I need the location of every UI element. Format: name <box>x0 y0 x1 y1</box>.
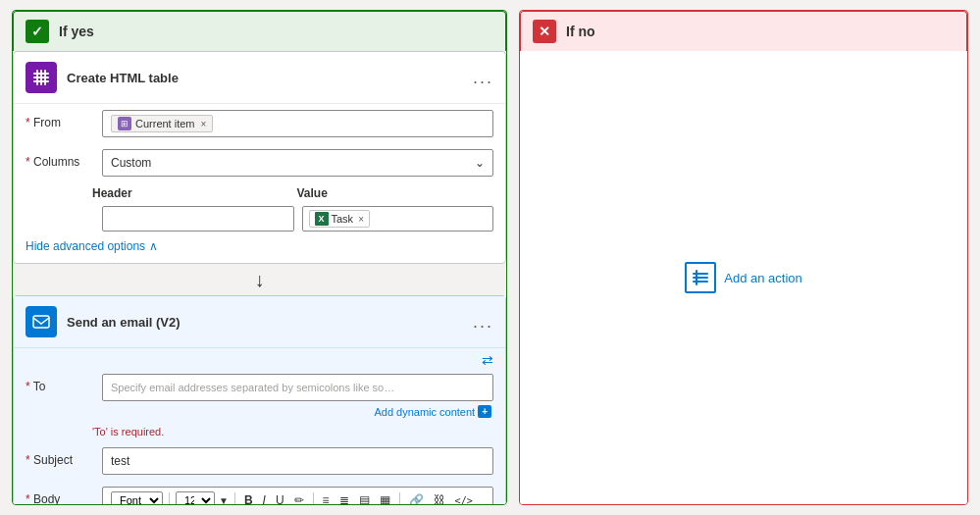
unlink-button[interactable]: ⛓ <box>431 491 448 505</box>
table-data-row: X Task × <box>14 204 505 233</box>
if-no-body: Add an action <box>520 51 967 504</box>
task-label: Task <box>332 213 354 225</box>
to-field[interactable]: Specify email addresses separated by sem… <box>102 374 493 401</box>
html-button[interactable]: </> <box>452 493 476 506</box>
svg-rect-8 <box>693 277 708 279</box>
if-yes-icon: ✓ <box>26 20 49 43</box>
svg-rect-4 <box>40 70 42 85</box>
svg-rect-7 <box>693 273 708 275</box>
underline-button[interactable]: U <box>273 491 287 505</box>
current-item-label: Current item <box>135 118 195 129</box>
link-button[interactable]: 🔗 <box>406 491 427 505</box>
if-no-label: If no <box>566 24 595 39</box>
current-item-icon: ⊞ <box>118 117 131 130</box>
create-html-table-menu[interactable]: ... <box>473 68 493 88</box>
current-item-tag: ⊞ Current item × <box>111 115 213 132</box>
hide-advanced-label: Hide advanced options <box>26 239 145 253</box>
if-yes-header: ✓ If yes <box>13 11 506 51</box>
to-row: To Specify email addresses separated by … <box>14 368 505 426</box>
numbered-list-button[interactable]: ≣ <box>336 491 352 505</box>
create-html-table-header: Create HTML table ... <box>14 52 505 104</box>
toolbar-sep-2 <box>234 492 235 505</box>
hide-advanced-chevron: ∧ <box>149 239 158 253</box>
create-html-table-card: Create HTML table ... From ⊞ Current ite… <box>13 51 506 264</box>
toolbar-sep-3 <box>313 492 314 505</box>
columns-dropdown-arrow: ⌄ <box>475 156 485 170</box>
pen-button[interactable]: ✏ <box>291 491 307 505</box>
bullet-list-button[interactable]: ≡ <box>320 491 333 505</box>
hide-advanced-options[interactable]: Hide advanced options ∧ <box>14 233 505 263</box>
bold-button[interactable]: B <box>241 491 256 505</box>
task-close[interactable]: × <box>358 214 364 225</box>
add-action-icon <box>685 262 716 293</box>
body-toolbar: Font 12 ▼ B I U ✏ <box>103 488 492 505</box>
swap-arrows-icon[interactable]: ⇄ <box>482 352 493 368</box>
align-left-button[interactable]: ▤ <box>356 491 373 505</box>
table-headers: Header Value <box>14 182 505 204</box>
to-error: 'To' is required. <box>14 426 505 441</box>
toolbar-dropdown-arrow: ▼ <box>219 495 229 506</box>
if-no-icon: ✕ <box>533 20 556 43</box>
header-col-label: Header <box>92 186 289 200</box>
add-dynamic-content[interactable]: Add dynamic content + <box>102 403 493 420</box>
align-right-button[interactable]: ▦ <box>377 491 393 505</box>
value-cell[interactable]: X Task × <box>302 206 494 232</box>
excel-icon: X <box>315 212 329 226</box>
columns-field[interactable]: Custom ⌄ <box>102 149 493 177</box>
if-no-header: ✕ If no <box>520 11 967 51</box>
subject-row: Subject test <box>14 441 505 481</box>
columns-value: Custom <box>111 156 151 170</box>
send-email-card: Send an email (V2) ... ⇄ To Specify emai… <box>13 295 506 505</box>
arrow-connector: ↓ <box>13 264 506 295</box>
italic-button[interactable]: I <box>260 491 269 505</box>
create-html-table-icon <box>26 62 57 93</box>
font-size-select[interactable]: 12 <box>176 491 215 505</box>
font-select[interactable]: Font <box>111 491 163 505</box>
svg-rect-10 <box>696 270 697 285</box>
header-cell[interactable] <box>102 206 294 232</box>
send-email-header: Send an email (V2) ... <box>14 296 505 348</box>
svg-rect-3 <box>36 70 38 85</box>
send-email-title: Send an email (V2) <box>67 315 463 330</box>
svg-rect-9 <box>693 281 708 283</box>
body-row: Body Font 12 ▼ <box>14 481 505 505</box>
from-row: From ⊞ Current item × <box>14 104 505 143</box>
columns-row: Columns Custom ⌄ <box>14 143 505 182</box>
columns-label: Columns <box>26 149 94 169</box>
subject-value: test <box>111 454 129 468</box>
svg-rect-6 <box>33 316 49 328</box>
create-html-table-title: Create HTML table <box>67 71 463 85</box>
to-placeholder: Specify email addresses separated by sem… <box>111 382 395 393</box>
subject-label: Subject <box>26 447 94 467</box>
swap-icon-row: ⇄ <box>14 348 505 368</box>
task-tag: X Task × <box>309 210 370 228</box>
add-action-button[interactable]: Add an action <box>685 262 802 293</box>
dynamic-plus-btn[interactable]: + <box>478 405 491 418</box>
if-yes-label: If yes <box>59 24 94 39</box>
svg-rect-5 <box>44 70 46 85</box>
from-field[interactable]: ⊞ Current item × <box>102 110 493 137</box>
body-label: Body <box>26 487 94 505</box>
send-email-icon <box>26 306 57 337</box>
add-dynamic-label: Add dynamic content <box>374 406 475 418</box>
from-label: From <box>26 110 94 129</box>
subject-field[interactable]: test <box>102 447 493 475</box>
toolbar-sep-1 <box>169 492 170 505</box>
to-label: To <box>26 374 94 393</box>
toolbar-sep-4 <box>399 492 400 505</box>
send-email-menu[interactable]: ... <box>473 312 493 333</box>
current-item-close[interactable]: × <box>201 119 207 129</box>
value-col-label: Value <box>297 186 494 200</box>
add-action-label: Add an action <box>724 271 802 285</box>
